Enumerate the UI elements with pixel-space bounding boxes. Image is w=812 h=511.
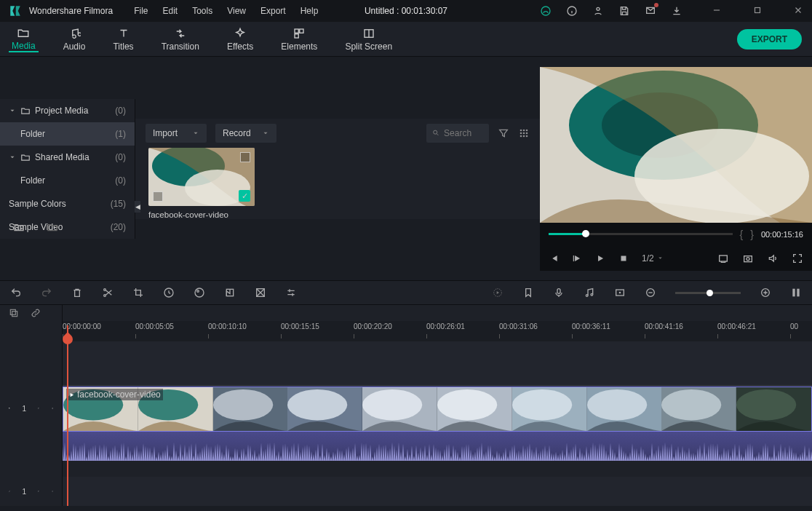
add-to-timeline-icon[interactable] — [153, 191, 163, 202]
tab-elements[interactable]: Elements — [278, 27, 320, 52]
menu-file[interactable]: File — [127, 0, 154, 22]
snapshot-button[interactable] — [742, 253, 754, 264]
undo-button[interactable] — [10, 287, 22, 298]
menu-tools[interactable]: Tools — [186, 0, 219, 22]
adjust-button[interactable] — [285, 287, 297, 298]
folder-icon[interactable] — [47, 221, 58, 233]
grid-view-icon[interactable] — [518, 127, 530, 139]
media-sidebar: Project Media (0) Folder (1) Shared Medi… — [0, 99, 135, 239]
sidebar-collapse-button[interactable]: ◀ — [135, 201, 140, 213]
quality-button[interactable] — [717, 253, 729, 264]
zoom-out-button[interactable] — [645, 287, 656, 298]
stop-button[interactable] — [618, 253, 629, 264]
seek-bar[interactable]: { } 00:00:15:16 — [540, 223, 812, 246]
maximize-button[interactable] — [752, 5, 764, 17]
prev-frame-button[interactable] — [549, 253, 559, 264]
media-browser: Import Record ✓ facebook-cover-video — [135, 119, 540, 219]
tab-audio[interactable]: Audio — [60, 27, 89, 52]
svg-rect-38 — [557, 289, 560, 294]
audio-track-linked[interactable] — [63, 432, 812, 461]
video-track-header[interactable]: 1 — [0, 385, 62, 432]
svg-rect-4 — [295, 29, 298, 33]
sidebar-item-folder-selected[interactable]: Folder (1) — [0, 122, 135, 146]
audio-track-header[interactable]: 1 — [0, 477, 62, 506]
render-button[interactable] — [492, 287, 503, 298]
tab-splitscreen[interactable]: Split Screen — [342, 27, 395, 52]
download-icon[interactable] — [671, 5, 682, 17]
tab-effects[interactable]: Effects — [224, 27, 256, 52]
menu-export[interactable]: Export — [254, 0, 292, 22]
media-item[interactable]: ✓ facebook-cover-video — [148, 148, 255, 219]
track-header-column: 1 1 — [0, 305, 63, 506]
new-folder-icon[interactable] — [13, 221, 25, 233]
save-icon[interactable] — [618, 5, 630, 17]
video-clip[interactable]: facebook-cover-video — [63, 387, 812, 432]
music-track[interactable] — [63, 477, 812, 506]
crop-button[interactable] — [132, 287, 144, 298]
svg-point-73 — [736, 389, 796, 421]
filter-icon[interactable] — [498, 127, 509, 139]
menu-view[interactable]: View — [220, 0, 252, 22]
split-button[interactable] — [102, 287, 114, 298]
timeline-tracks[interactable]: 00:00:00:0000:00:05:0500:00:10:1000:00:1… — [63, 305, 812, 506]
audio-mixer-button[interactable] — [584, 287, 595, 298]
record-dropdown[interactable]: Record — [215, 124, 276, 143]
eye-icon[interactable] — [52, 404, 53, 413]
zoom-slider[interactable] — [675, 292, 741, 294]
svg-rect-27 — [720, 256, 728, 261]
timeline-ruler[interactable]: 00:00:00:0000:00:05:0500:00:10:1000:00:1… — [63, 321, 812, 341]
minimize-button[interactable] — [712, 5, 723, 17]
lock-icon[interactable] — [38, 487, 39, 496]
zoom-fit-button[interactable] — [790, 287, 802, 298]
empty-track[interactable] — [63, 341, 812, 385]
lock-icon[interactable] — [38, 404, 39, 413]
add-track-button[interactable] — [9, 308, 19, 318]
link-button[interactable] — [31, 308, 41, 318]
main-area: Project Media (0) Folder (1) Shared Medi… — [0, 57, 812, 280]
info-icon[interactable] — [566, 5, 578, 17]
menu-help[interactable]: Help — [294, 0, 325, 22]
mark-out-button[interactable]: } — [750, 229, 754, 240]
voiceover-button[interactable] — [553, 287, 565, 298]
svg-point-11 — [526, 129, 528, 131]
video-track[interactable]: facebook-cover-video — [63, 385, 812, 432]
sidebar-item-project-media[interactable]: Project Media (0) — [0, 99, 135, 122]
mark-in-button[interactable]: { — [740, 229, 744, 240]
play-button[interactable] — [595, 253, 605, 264]
search-input[interactable] — [426, 124, 489, 143]
volume-button[interactable] — [767, 253, 779, 264]
document-title: Untitled : 00:01:30:07 — [365, 6, 447, 16]
preview-canvas[interactable] — [540, 67, 812, 223]
keyframe-button[interactable] — [255, 287, 266, 298]
support-icon[interactable] — [540, 5, 552, 17]
color-button[interactable] — [194, 287, 205, 298]
delete-button[interactable] — [71, 287, 83, 298]
timeline-toolbar — [0, 280, 812, 305]
speaker-icon[interactable] — [52, 487, 53, 496]
playback-speed-dropdown[interactable]: 1/2 — [642, 253, 664, 264]
zoom-in-button[interactable] — [760, 287, 771, 298]
aspect-button[interactable] — [614, 287, 626, 298]
account-icon[interactable] — [592, 5, 604, 17]
svg-rect-47 — [10, 309, 15, 314]
tab-media[interactable]: Media — [9, 26, 39, 52]
green-screen-button[interactable] — [224, 287, 236, 298]
play-pause-button[interactable] — [572, 253, 582, 264]
title-bar: Wondershare Filmora File Edit Tools View… — [0, 0, 812, 22]
export-button[interactable]: EXPORT — [737, 29, 802, 49]
message-icon[interactable] — [645, 5, 656, 17]
fullscreen-button[interactable] — [792, 253, 803, 264]
close-button[interactable] — [793, 5, 805, 17]
tab-transition[interactable]: Transition — [159, 27, 202, 52]
redo-button[interactable] — [41, 287, 52, 298]
sidebar-item-sample-colors[interactable]: Sample Colors (15) — [0, 192, 135, 215]
sidebar-item-shared-media[interactable]: Shared Media (0) — [0, 146, 135, 169]
tab-titles[interactable]: Titles — [110, 27, 136, 52]
speed-button[interactable] — [163, 287, 175, 298]
check-icon: ✓ — [239, 190, 250, 202]
import-dropdown[interactable]: Import — [146, 124, 207, 143]
svg-point-29 — [747, 257, 749, 260]
sidebar-item-folder[interactable]: Folder (0) — [0, 169, 135, 192]
menu-edit[interactable]: Edit — [156, 0, 185, 22]
marker-button[interactable] — [522, 287, 534, 298]
